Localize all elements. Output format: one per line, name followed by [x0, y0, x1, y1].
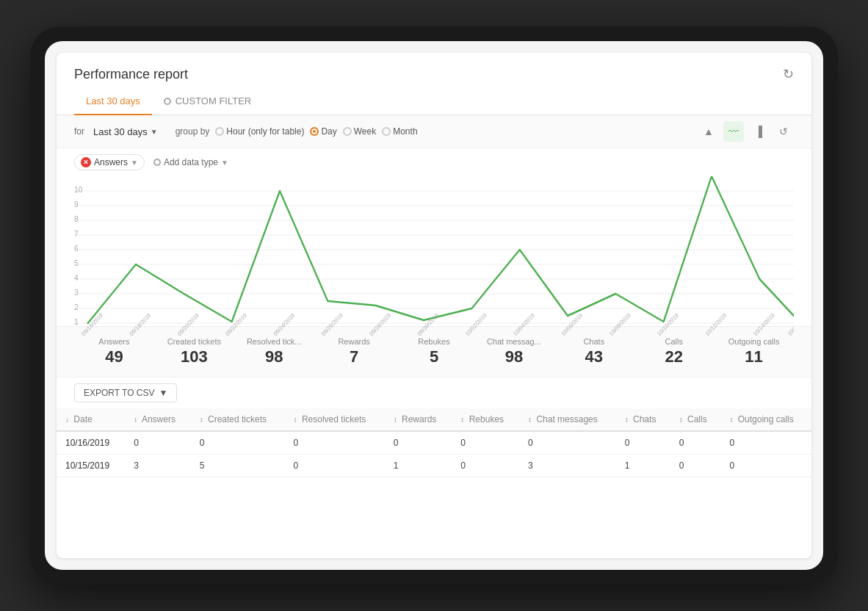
cell-rebukes: 0 [452, 431, 519, 455]
col-rebukes[interactable]: ↕ Rebukes [452, 408, 519, 431]
cell-created: 5 [191, 455, 285, 477]
svg-text:7: 7 [74, 229, 79, 238]
area-chart-button[interactable]: ▲ [698, 121, 719, 142]
svg-text:3: 3 [74, 288, 79, 297]
line-chart-button[interactable]: 〰 [723, 121, 744, 142]
tab-last30[interactable]: Last 30 days [74, 88, 152, 115]
bar-chart-button[interactable]: ▐ [748, 121, 769, 142]
export-label: EXPORT TO CSV [84, 388, 154, 398]
chat-msg-sort-icon: ↕ [528, 416, 532, 424]
add-data-arrow: ▼ [221, 159, 228, 167]
svg-text:1: 1 [74, 317, 79, 326]
rewards-sort-icon: ↕ [394, 416, 397, 424]
col-chat-msg[interactable]: ↕ Chat messages [519, 408, 616, 431]
col-outgoing[interactable]: ↕ Outgoing calls [720, 408, 811, 431]
tab-custom-filter[interactable]: CUSTOM FILTER [152, 88, 264, 115]
screen: Performance report ↻ Last 30 days CUSTOM… [45, 41, 823, 570]
group-by-section: group by Hour (only for table) Day Week [176, 126, 418, 137]
reset-chart-button[interactable]: ↺ [773, 121, 794, 142]
stat-created-label: Created tickets [154, 337, 234, 346]
line-chart: 10 9 8 7 6 5 4 3 2 1 [74, 176, 794, 338]
for-label: for [74, 126, 84, 137]
data-type-bar: ✕ Answers ▼ Add data type ▼ [57, 148, 811, 176]
stat-answers: Answers 49 [74, 337, 154, 366]
cell-outgoing: 0 [720, 455, 811, 477]
custom-filter-dot [164, 98, 171, 105]
answers-sort-icon: ↕ [134, 416, 137, 424]
svg-text:09/24/2019: 09/24/2019 [272, 312, 297, 338]
stat-resolved-value: 98 [234, 347, 314, 366]
add-data-type[interactable]: Add data type ▼ [153, 157, 228, 167]
outgoing-sort-icon: ↕ [729, 416, 733, 424]
cell-outgoing: 0 [720, 431, 811, 455]
day-radio [310, 127, 319, 136]
period-selector[interactable]: Last 30 days ▼ [93, 126, 158, 137]
stat-rebukes-value: 5 [394, 347, 474, 366]
stat-calls-value: 22 [634, 347, 714, 366]
cell-resolved: 0 [285, 455, 385, 477]
group-week[interactable]: Week [343, 126, 376, 137]
period-value: Last 30 days [93, 126, 148, 137]
svg-text:09/16/2019: 09/16/2019 [80, 312, 104, 338]
export-arrow-icon: ▼ [159, 388, 167, 398]
col-resolved[interactable]: ↕ Resolved tickets [285, 408, 385, 431]
cell-rewards: 1 [385, 455, 452, 477]
export-bar: EXPORT TO CSV ▼ [57, 377, 811, 408]
performance-report-card: Performance report ↻ Last 30 days CUSTOM… [57, 53, 811, 558]
chart-svg: 10 9 8 7 6 5 4 3 2 1 [74, 176, 794, 338]
cell-resolved: 0 [285, 431, 385, 455]
col-answers[interactable]: ↕ Answers [125, 408, 190, 431]
group-day[interactable]: Day [310, 126, 336, 137]
svg-text:10/14/2019: 10/14/2019 [752, 312, 776, 338]
stat-answers-value: 49 [74, 347, 154, 366]
stat-created: Created tickets 103 [154, 337, 234, 366]
svg-text:10/10/2019: 10/10/2019 [656, 312, 680, 338]
svg-text:5: 5 [74, 258, 79, 267]
calls-sort-icon: ↕ [679, 416, 683, 424]
chart-area: 10 9 8 7 6 5 4 3 2 1 [57, 176, 811, 326]
device-frame: Performance report ↻ Last 30 days CUSTOM… [30, 26, 838, 585]
refresh-icon[interactable]: ↻ [783, 66, 794, 82]
export-csv-button[interactable]: EXPORT TO CSV ▼ [74, 383, 177, 402]
answers-tag[interactable]: ✕ Answers ▼ [74, 154, 145, 170]
col-calls[interactable]: ↕ Calls [670, 408, 721, 431]
stat-calls-label: Calls [634, 337, 714, 346]
chats-sort-icon: ↕ [625, 416, 629, 424]
table-header-row: ↓ Date ↕ Answers ↕ Created tickets [57, 408, 811, 431]
cell-rewards: 0 [385, 431, 452, 455]
table-row: 10/15/2019 3 5 0 1 0 3 1 0 0 [57, 455, 811, 477]
stat-chats-value: 43 [554, 347, 634, 366]
remove-answers-icon[interactable]: ✕ [81, 157, 91, 167]
col-created[interactable]: ↕ Created tickets [191, 408, 285, 431]
col-date[interactable]: ↓ Date [57, 408, 125, 431]
stat-chat-msg-value: 98 [474, 347, 554, 366]
svg-text:09/28/2019: 09/28/2019 [368, 312, 392, 338]
svg-text:4: 4 [74, 273, 79, 282]
svg-text:10/04/2019: 10/04/2019 [512, 312, 536, 338]
created-sort-icon: ↕ [200, 416, 203, 424]
stat-outgoing: Outgoing calls 11 [714, 337, 794, 366]
svg-text:2: 2 [74, 303, 79, 311]
col-rewards[interactable]: ↕ Rewards [385, 408, 452, 431]
cell-created: 0 [191, 431, 285, 455]
data-table-container: ↓ Date ↕ Answers ↕ Created tickets [57, 408, 811, 558]
cell-chats: 0 [616, 431, 670, 455]
page-title: Performance report [74, 67, 188, 82]
svg-text:09/30/2019: 09/30/2019 [416, 312, 441, 338]
tabs-container: Last 30 days CUSTOM FILTER [57, 88, 811, 115]
card-header: Performance report ↻ [57, 53, 811, 82]
cell-calls: 0 [670, 455, 721, 477]
resolved-sort-icon: ↕ [294, 416, 297, 424]
col-chats[interactable]: ↕ Chats [616, 408, 670, 431]
svg-text:09/26/2019: 09/26/2019 [320, 312, 344, 338]
stat-resolved-label: Resolved tick... [234, 337, 314, 346]
group-month[interactable]: Month [382, 126, 417, 137]
hour-radio [215, 127, 224, 136]
chart-controls: ▲ 〰 ▐ ↺ [698, 121, 794, 142]
stat-rebukes-label: Rebukes [394, 337, 474, 346]
period-arrow: ▼ [151, 128, 158, 136]
group-hour[interactable]: Hour (only for table) [215, 126, 304, 137]
cell-chats: 1 [616, 455, 670, 477]
cell-answers: 3 [125, 455, 190, 477]
stat-rewards: Rewards 7 [314, 337, 394, 366]
